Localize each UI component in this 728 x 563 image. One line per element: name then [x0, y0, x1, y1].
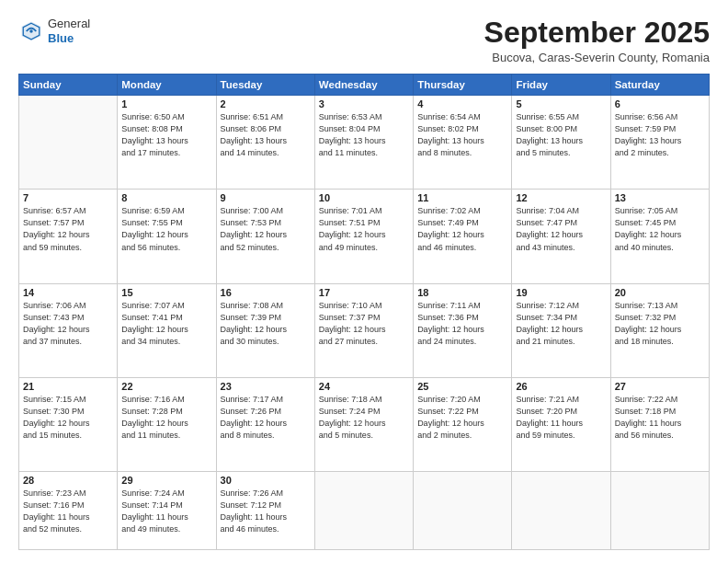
calendar-cell: 5Sunrise: 6:55 AM Sunset: 8:00 PM Daylig…: [512, 96, 610, 190]
day-number: 9: [221, 192, 311, 203]
day-number: 25: [417, 381, 507, 392]
day-info: Sunrise: 7:24 AM Sunset: 7:14 PM Dayligh…: [121, 488, 211, 535]
day-number: 18: [417, 287, 507, 298]
svg-point-2: [29, 29, 33, 33]
calendar-cell: 17Sunrise: 7:10 AM Sunset: 7:37 PM Dayli…: [314, 283, 413, 377]
calendar-cell: 29Sunrise: 7:24 AM Sunset: 7:14 PM Dayli…: [118, 472, 216, 550]
day-number: 16: [221, 287, 311, 298]
calendar-cell: 21Sunrise: 7:15 AM Sunset: 7:30 PM Dayli…: [19, 377, 118, 471]
day-number: 28: [23, 475, 113, 486]
day-number: 10: [319, 192, 409, 203]
calendar-cell: 4Sunrise: 6:54 AM Sunset: 8:02 PM Daylig…: [414, 96, 512, 190]
calendar-table: Sunday Monday Tuesday Wednesday Thursday…: [18, 74, 710, 550]
calendar-cell: 20Sunrise: 7:13 AM Sunset: 7:32 PM Dayli…: [610, 283, 709, 377]
calendar-cell: 15Sunrise: 7:07 AM Sunset: 7:41 PM Dayli…: [118, 283, 216, 377]
day-number: 22: [121, 381, 211, 392]
calendar-cell: 8Sunrise: 6:59 AM Sunset: 7:55 PM Daylig…: [118, 190, 216, 283]
day-info: Sunrise: 6:54 AM Sunset: 8:02 PM Dayligh…: [417, 111, 507, 159]
calendar-cell: 6Sunrise: 6:56 AM Sunset: 7:59 PM Daylig…: [610, 96, 709, 190]
day-info: Sunrise: 7:02 AM Sunset: 7:49 PM Dayligh…: [417, 205, 507, 253]
header-saturday: Saturday: [610, 75, 709, 96]
day-info: Sunrise: 7:17 AM Sunset: 7:26 PM Dayligh…: [221, 394, 311, 442]
day-info: Sunrise: 7:26 AM Sunset: 7:12 PM Dayligh…: [221, 488, 311, 535]
calendar-cell: 14Sunrise: 7:06 AM Sunset: 7:43 PM Dayli…: [19, 283, 118, 377]
header-sunday: Sunday: [19, 75, 118, 96]
calendar-cell: 23Sunrise: 7:17 AM Sunset: 7:26 PM Dayli…: [216, 377, 314, 471]
day-number: 20: [615, 287, 705, 298]
calendar-cell: [19, 96, 118, 190]
day-number: 17: [319, 287, 409, 298]
day-number: 4: [417, 98, 507, 109]
calendar-cell: 19Sunrise: 7:12 AM Sunset: 7:34 PM Dayli…: [512, 283, 610, 377]
day-info: Sunrise: 6:57 AM Sunset: 7:57 PM Dayligh…: [23, 205, 113, 253]
calendar-cell: 1Sunrise: 6:50 AM Sunset: 8:08 PM Daylig…: [118, 96, 216, 190]
calendar-cell: [512, 472, 610, 550]
logo: General Blue: [18, 17, 90, 45]
calendar-cell: 28Sunrise: 7:23 AM Sunset: 7:16 PM Dayli…: [19, 472, 118, 550]
day-info: Sunrise: 6:51 AM Sunset: 8:06 PM Dayligh…: [221, 111, 311, 159]
day-number: 24: [319, 381, 409, 392]
day-number: 8: [121, 192, 211, 203]
day-number: 2: [221, 98, 311, 109]
day-info: Sunrise: 7:04 AM Sunset: 7:47 PM Dayligh…: [516, 205, 606, 253]
calendar-cell: [414, 472, 512, 550]
calendar-cell: 11Sunrise: 7:02 AM Sunset: 7:49 PM Dayli…: [414, 190, 512, 283]
day-info: Sunrise: 7:06 AM Sunset: 7:43 PM Dayligh…: [23, 300, 113, 348]
day-info: Sunrise: 6:50 AM Sunset: 8:08 PM Dayligh…: [121, 111, 211, 159]
calendar-cell: 22Sunrise: 7:16 AM Sunset: 7:28 PM Dayli…: [118, 377, 216, 471]
day-info: Sunrise: 7:08 AM Sunset: 7:39 PM Dayligh…: [221, 300, 311, 348]
day-info: Sunrise: 7:00 AM Sunset: 7:53 PM Dayligh…: [221, 205, 311, 253]
month-title: September 2025: [484, 17, 710, 49]
calendar-cell: 30Sunrise: 7:26 AM Sunset: 7:12 PM Dayli…: [216, 472, 314, 550]
weekday-header-row: Sunday Monday Tuesday Wednesday Thursday…: [19, 75, 710, 96]
day-info: Sunrise: 7:20 AM Sunset: 7:22 PM Dayligh…: [417, 394, 507, 442]
day-number: 23: [221, 381, 311, 392]
day-info: Sunrise: 6:55 AM Sunset: 8:00 PM Dayligh…: [516, 111, 606, 159]
day-number: 30: [221, 475, 311, 486]
calendar-cell: 7Sunrise: 6:57 AM Sunset: 7:57 PM Daylig…: [19, 190, 118, 283]
calendar-cell: 16Sunrise: 7:08 AM Sunset: 7:39 PM Dayli…: [216, 283, 314, 377]
day-info: Sunrise: 6:59 AM Sunset: 7:55 PM Dayligh…: [121, 205, 211, 253]
calendar-cell: 26Sunrise: 7:21 AM Sunset: 7:20 PM Dayli…: [512, 377, 610, 471]
day-number: 6: [615, 98, 705, 109]
logo-icon: [18, 18, 44, 44]
day-info: Sunrise: 7:23 AM Sunset: 7:16 PM Dayligh…: [23, 488, 113, 535]
calendar-cell: 12Sunrise: 7:04 AM Sunset: 7:47 PM Dayli…: [512, 190, 610, 283]
title-block: September 2025 Bucova, Caras-Severin Cou…: [484, 17, 710, 64]
day-info: Sunrise: 6:53 AM Sunset: 8:04 PM Dayligh…: [319, 111, 409, 159]
day-number: 3: [319, 98, 409, 109]
day-number: 19: [516, 287, 606, 298]
day-number: 1: [121, 98, 211, 109]
calendar-cell: [314, 472, 413, 550]
header-monday: Monday: [118, 75, 216, 96]
day-info: Sunrise: 7:07 AM Sunset: 7:41 PM Dayligh…: [121, 300, 211, 348]
logo-text: General Blue: [48, 17, 90, 45]
day-number: 15: [121, 287, 211, 298]
day-number: 14: [23, 287, 113, 298]
day-info: Sunrise: 7:22 AM Sunset: 7:18 PM Dayligh…: [615, 394, 705, 442]
day-info: Sunrise: 7:05 AM Sunset: 7:45 PM Dayligh…: [615, 205, 705, 253]
day-info: Sunrise: 7:18 AM Sunset: 7:24 PM Dayligh…: [319, 394, 409, 442]
day-info: Sunrise: 7:16 AM Sunset: 7:28 PM Dayligh…: [121, 394, 211, 442]
day-info: Sunrise: 7:11 AM Sunset: 7:36 PM Dayligh…: [417, 300, 507, 348]
day-number: 27: [615, 381, 705, 392]
day-info: Sunrise: 7:12 AM Sunset: 7:34 PM Dayligh…: [516, 300, 606, 348]
day-number: 5: [516, 98, 606, 109]
day-number: 21: [23, 381, 113, 392]
calendar-cell: 13Sunrise: 7:05 AM Sunset: 7:45 PM Dayli…: [610, 190, 709, 283]
page-header: General Blue September 2025 Bucova, Cara…: [18, 17, 710, 64]
calendar-cell: 2Sunrise: 6:51 AM Sunset: 8:06 PM Daylig…: [216, 96, 314, 190]
day-number: 29: [121, 475, 211, 486]
calendar-cell: 25Sunrise: 7:20 AM Sunset: 7:22 PM Dayli…: [414, 377, 512, 471]
day-number: 13: [615, 192, 705, 203]
location: Bucova, Caras-Severin County, Romania: [484, 51, 710, 64]
day-number: 11: [417, 192, 507, 203]
calendar-cell: 24Sunrise: 7:18 AM Sunset: 7:24 PM Dayli…: [314, 377, 413, 471]
calendar-cell: 9Sunrise: 7:00 AM Sunset: 7:53 PM Daylig…: [216, 190, 314, 283]
header-friday: Friday: [512, 75, 610, 96]
calendar-cell: 3Sunrise: 6:53 AM Sunset: 8:04 PM Daylig…: [314, 96, 413, 190]
day-info: Sunrise: 7:13 AM Sunset: 7:32 PM Dayligh…: [615, 300, 705, 348]
day-info: Sunrise: 7:21 AM Sunset: 7:20 PM Dayligh…: [516, 394, 606, 442]
header-tuesday: Tuesday: [216, 75, 314, 96]
header-thursday: Thursday: [414, 75, 512, 96]
